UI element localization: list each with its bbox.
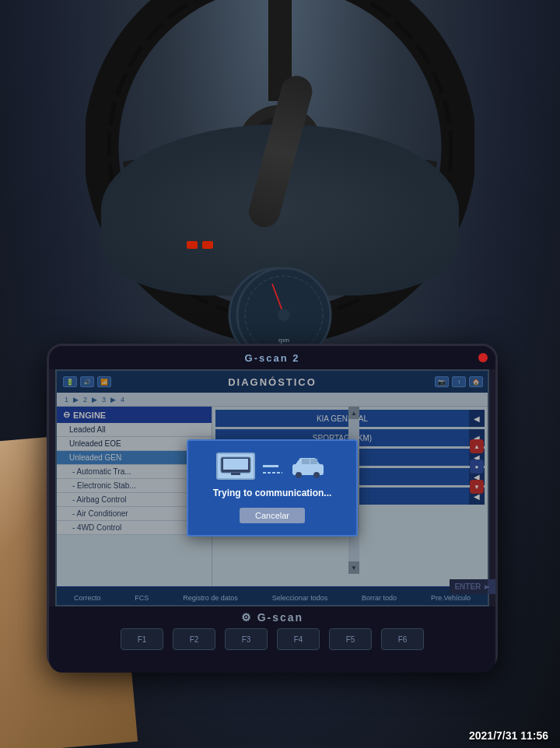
fkey-f6[interactable]: F6: [381, 628, 424, 650]
communication-dialog: Trying to communication... Cancelar: [187, 439, 358, 537]
function-keys: F1 F2 F3 F4 F5 F6: [121, 628, 424, 650]
car-icon: [286, 455, 329, 478]
fkey-f1[interactable]: F1: [121, 628, 163, 650]
dialog-icon-row: [200, 453, 345, 480]
warning-light-1: [187, 241, 198, 249]
cancel-button[interactable]: Cancelar: [240, 508, 305, 523]
fkey-f5[interactable]: F5: [329, 628, 372, 650]
indicator-lights: [187, 241, 213, 249]
svg-text:rpm: rpm: [278, 337, 289, 344]
svg-rect-19: [231, 473, 240, 475]
timestamp: 2021/7/31 11:56: [469, 729, 548, 742]
fkey-f2[interactable]: F2: [173, 628, 215, 650]
svg-point-23: [296, 472, 302, 478]
fkey-f3[interactable]: F3: [225, 628, 268, 650]
power-button[interactable]: [478, 353, 488, 362]
dialog-message: Trying to communication...: [200, 488, 345, 498]
gscan-device: G-scan 2 ESC 🔋 🔊 📶 DIAGNÓSTICO 📷 ↑ 🏠: [47, 344, 498, 670]
dialog-overlay: Trying to communication... Cancelar: [57, 371, 488, 605]
svg-point-24: [313, 472, 320, 478]
device-brand: G-scan 2: [245, 352, 300, 364]
device-screen-icon: [216, 453, 255, 480]
svg-rect-26: [310, 459, 317, 464]
device-screen: 🔋 🔊 📶 DIAGNÓSTICO 📷 ↑ 🏠 1 ▶ 2 ▶ 3 ▶: [55, 369, 489, 606]
warning-light-2: [202, 241, 213, 249]
fkey-f4[interactable]: F4: [277, 628, 320, 650]
car-background: km/h rpm G-scan 2 ESC: [0, 0, 560, 748]
svg-rect-25: [302, 459, 310, 464]
device-side-buttons: [478, 353, 488, 362]
connection-line: [263, 465, 278, 467]
device-logo-bar: ⚙ G-scan: [241, 611, 303, 624]
device-top-bar: G-scan 2 ESC: [49, 346, 495, 369]
svg-point-15: [278, 309, 290, 321]
device-bottom: ⚙ G-scan F1 F2 F3 F4 F5 F6: [49, 606, 495, 673]
device-logo: ⚙ G-scan: [241, 611, 303, 624]
svg-rect-18: [223, 459, 248, 470]
